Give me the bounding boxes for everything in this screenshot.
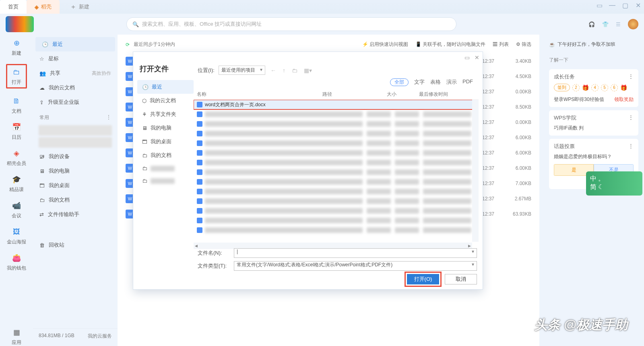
dialog-close-icon[interactable]: ✕: [475, 54, 479, 61]
cloud-service-link[interactable]: 我的云服务: [88, 333, 112, 340]
rail-open[interactable]: 🗀打开: [6, 64, 27, 89]
card-menu-icon[interactable]: ⋮: [628, 143, 634, 150]
headphone-icon[interactable]: 🎧: [588, 21, 595, 27]
open-button[interactable]: 打开(O): [407, 274, 439, 284]
upgrade-icon: ⇪: [39, 99, 44, 105]
sidebar-star[interactable]: ☆星标: [33, 51, 118, 66]
file-list-row[interactable]: [194, 206, 479, 216]
rail-poster[interactable]: 🖼金山海报: [7, 227, 26, 245]
search-input[interactable]: 🔍 搜索文档、应用、模板、Office 技巧或直接访问网址: [126, 17, 456, 31]
filetype-select[interactable]: 常用文件(文字/Word格式;表格/Excel格式;演示/PowerPoint格…: [234, 261, 477, 271]
file-list-row[interactable]: [194, 187, 479, 196]
dlgnav-recent[interactable]: 🕒最近: [137, 80, 194, 94]
file-list-row[interactable]: [194, 167, 479, 177]
file-list-row[interactable]: [194, 225, 479, 235]
file-icon: [197, 227, 202, 233]
new-folder-icon[interactable]: 🗀: [291, 67, 299, 74]
sync-status: 最近同步于1分钟内: [134, 41, 175, 48]
file-list-row[interactable]: [194, 216, 479, 225]
filter-toggle[interactable]: ⚙ 筛选: [516, 41, 531, 48]
learn-more[interactable]: 了解一下: [549, 57, 568, 64]
shirt-icon[interactable]: 👕: [602, 21, 609, 27]
dlgnav-cloud[interactable]: ⬡我的云文档: [137, 94, 194, 107]
view-list[interactable]: ☰ 列表: [493, 41, 508, 48]
sidebar-transfer[interactable]: ⇄文件传输助手: [33, 207, 118, 222]
checkin-badge[interactable]: 签到: [554, 84, 570, 91]
file-list-row[interactable]: [194, 158, 479, 167]
file-list-row[interactable]: [194, 109, 479, 119]
col-name[interactable]: 名称: [197, 91, 322, 98]
rail-meeting[interactable]: 📹会议: [11, 200, 22, 219]
sidebar-pc[interactable]: 🖥我的电脑: [33, 164, 118, 178]
tab-home[interactable]: 首页: [0, 0, 27, 14]
rail-course[interactable]: 🎓精品课: [9, 174, 24, 193]
filename-input[interactable]: |: [234, 248, 477, 258]
file-list-row-selected[interactable]: word文档两页合并一页.docx: [194, 100, 479, 109]
more-icon[interactable]: ⋮: [106, 114, 111, 121]
scrollbar-vertical[interactable]: [472, 100, 479, 242]
rail-wallet[interactable]: 👛我的钱包: [7, 253, 26, 272]
rail-daoke[interactable]: ◈稻壳会员: [7, 148, 26, 167]
sidebar-share[interactable]: 👥共享高效协作: [33, 66, 118, 80]
card-menu-icon[interactable]: ⋮: [628, 114, 634, 122]
filter-slide[interactable]: 演示: [446, 78, 457, 86]
filter-pdf[interactable]: PDF: [462, 78, 473, 86]
academy-tip[interactable]: 巧用IF函数 判: [554, 125, 634, 132]
gift-icon: 🎁: [620, 84, 627, 91]
sidebar-device[interactable]: 🖳我的设备: [33, 149, 118, 164]
col-path[interactable]: 路径: [322, 91, 387, 98]
dialog-min-icon[interactable]: ▭: [464, 54, 470, 61]
sidebar-item-blurred[interactable]: [39, 137, 112, 148]
rail-new[interactable]: ⊕新建: [11, 38, 22, 57]
filter-sheet[interactable]: 表格: [430, 78, 441, 86]
sidebar-docs[interactable]: 🗀我的文档: [33, 193, 118, 207]
window-close-icon[interactable]: ✕: [634, 2, 642, 9]
filter-text[interactable]: 文字: [414, 78, 425, 86]
dlgnav-shared[interactable]: ⚘共享文件夹: [137, 107, 194, 121]
menu-icon[interactable]: ☰: [616, 21, 621, 27]
location-select[interactable]: 最近使用的项目: [219, 66, 265, 75]
sidebar-device-label: 我的设备: [49, 153, 70, 160]
view-mode-icon[interactable]: ▦▾: [303, 67, 313, 74]
dlgnav-pc[interactable]: 🖥我的电脑: [137, 121, 194, 135]
sidebar-trash[interactable]: 🗑回收站: [33, 238, 118, 252]
file-list-row[interactable]: [194, 148, 479, 158]
sidebar-desktop[interactable]: 🗔我的桌面: [33, 178, 118, 193]
dlgnav-docs[interactable]: 🗀我的文档: [137, 148, 194, 162]
sidebar-item-blurred[interactable]: [39, 125, 112, 136]
quick-view-toggle[interactable]: ⚡ 启用快速访问视图: [362, 41, 408, 48]
rail-apps[interactable]: ▦应用: [11, 327, 22, 346]
sidebar-cloud[interactable]: ☁我的云文档: [33, 80, 118, 95]
sidebar-star-label: 星标: [48, 55, 59, 62]
tab-new[interactable]: ＋新建: [62, 0, 97, 14]
cancel-button[interactable]: 取消: [445, 274, 477, 284]
file-list-row[interactable]: [194, 196, 479, 206]
window-drop-icon[interactable]: ▭: [596, 2, 603, 9]
file-list-row[interactable]: [194, 138, 479, 148]
nav-back-icon[interactable]: ←: [269, 67, 277, 74]
sidebar-upgrade[interactable]: ⇪升级至企业版: [33, 95, 118, 109]
file-icon: [197, 131, 202, 136]
sidebar-recent[interactable]: 🕒最近: [35, 37, 115, 51]
rail-calendar[interactable]: 📅日历: [11, 122, 22, 141]
file-list-row[interactable]: [194, 119, 479, 129]
dlgnav-desktop[interactable]: 🗔我的桌面: [137, 135, 194, 148]
tab-daoke[interactable]: ◈稻壳: [27, 0, 60, 14]
window-min-icon[interactable]: —: [609, 2, 616, 9]
card-menu-icon[interactable]: ⋮: [628, 73, 634, 80]
window-max-icon[interactable]: ▢: [621, 2, 629, 9]
file-list-row[interactable]: [194, 177, 479, 187]
nav-up-icon[interactable]: ↑: [281, 67, 287, 74]
dlgnav-blurred[interactable]: 🗀: [137, 162, 194, 175]
ime-indicator[interactable]: 中 。 简 ☾: [586, 171, 642, 196]
col-size[interactable]: 大小: [387, 91, 419, 98]
file-icon: [197, 198, 202, 204]
link-phone[interactable]: 📱 关联手机，随时访问电脑文件: [415, 41, 485, 48]
rail-doc[interactable]: 🗎文档: [11, 96, 22, 115]
file-list-row[interactable]: [194, 129, 479, 138]
dlgnav-blurred[interactable]: 🗀: [137, 175, 194, 187]
filter-all[interactable]: 全部: [390, 78, 409, 86]
avatar[interactable]: [628, 19, 638, 29]
claim-reward-link[interactable]: 领取奖励: [614, 96, 634, 103]
col-modified[interactable]: 最后修改时间: [419, 91, 475, 98]
